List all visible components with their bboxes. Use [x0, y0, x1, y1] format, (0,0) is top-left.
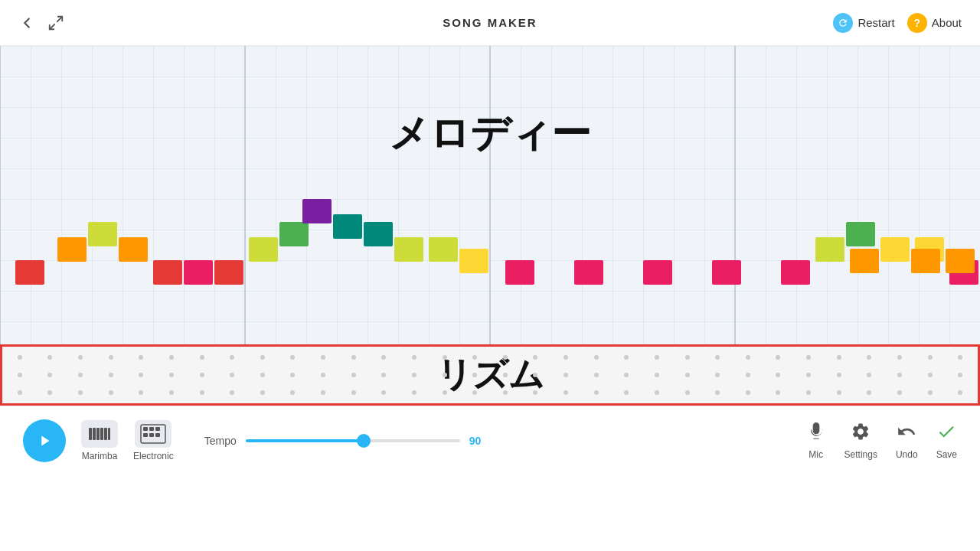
rhythm-dot[interactable]	[594, 373, 599, 377]
rhythm-dot[interactable]	[897, 373, 902, 377]
rhythm-dot[interactable]	[381, 373, 386, 377]
restart-button[interactable]: Restart	[833, 13, 894, 33]
rhythm-dot[interactable]	[18, 373, 22, 377]
rhythm-dot[interactable]	[715, 355, 720, 360]
melody-block[interactable]	[184, 260, 213, 285]
rhythm-dot[interactable]	[200, 373, 204, 377]
rhythm-dot[interactable]	[655, 355, 659, 360]
undo-button[interactable]: Undo	[896, 422, 918, 460]
rhythm-dot[interactable]	[47, 390, 52, 395]
rhythm-dot[interactable]	[230, 390, 234, 395]
rhythm-dot[interactable]	[594, 355, 599, 360]
rhythm-dot[interactable]	[18, 355, 22, 360]
rhythm-dot[interactable]	[806, 373, 811, 377]
rhythm-dot[interactable]	[685, 373, 690, 377]
rhythm-dot[interactable]	[139, 390, 143, 395]
marimba-button[interactable]: Marimba	[81, 420, 118, 461]
melody-block[interactable]	[946, 249, 975, 273]
melody-block[interactable]	[643, 260, 672, 285]
rhythm-dot[interactable]	[47, 355, 52, 360]
rhythm-dot[interactable]	[897, 355, 902, 360]
melody-block[interactable]	[15, 260, 44, 285]
rhythm-dot[interactable]	[533, 390, 537, 395]
rhythm-dot[interactable]	[503, 373, 508, 377]
melody-block[interactable]	[574, 260, 603, 285]
rhythm-dot[interactable]	[715, 373, 720, 377]
melody-block[interactable]	[302, 199, 332, 223]
rhythm-dot[interactable]	[260, 355, 265, 360]
rhythm-dot[interactable]	[503, 390, 508, 395]
blocks-container[interactable]	[0, 46, 980, 344]
rhythm-dot[interactable]	[867, 390, 871, 395]
rhythm-dot[interactable]	[78, 373, 83, 377]
rhythm-dot[interactable]	[533, 355, 537, 360]
mic-button[interactable]: Mic	[806, 422, 826, 460]
rhythm-dot[interactable]	[200, 355, 204, 360]
rhythm-dot[interactable]	[381, 355, 386, 360]
rhythm-dot[interactable]	[776, 355, 780, 360]
melody-block[interactable]	[911, 249, 940, 273]
melody-block[interactable]	[214, 260, 243, 285]
play-button[interactable]	[23, 419, 66, 462]
rhythm-dot[interactable]	[351, 355, 356, 360]
melody-block[interactable]	[333, 214, 362, 239]
rhythm-dot[interactable]	[290, 390, 295, 395]
melody-block[interactable]	[781, 260, 810, 285]
melody-block[interactable]	[815, 237, 844, 262]
melody-block[interactable]	[88, 222, 117, 246]
melody-block[interactable]	[394, 237, 423, 262]
rhythm-dot[interactable]	[746, 355, 750, 360]
rhythm-dot[interactable]	[897, 390, 902, 395]
rhythm-dot[interactable]	[412, 373, 416, 377]
rhythm-dot[interactable]	[351, 373, 356, 377]
rhythm-dot[interactable]	[958, 390, 962, 395]
rhythm-dot[interactable]	[260, 390, 265, 395]
rhythm-dot[interactable]	[776, 373, 780, 377]
expand-button[interactable]	[47, 15, 64, 31]
rhythm-dot[interactable]	[443, 355, 447, 360]
rhythm-dot[interactable]	[18, 390, 22, 395]
rhythm-dot[interactable]	[746, 390, 750, 395]
rhythm-dot[interactable]	[624, 390, 629, 395]
rhythm-dot[interactable]	[443, 390, 447, 395]
rhythm-dot[interactable]	[472, 373, 477, 377]
rhythm-dot[interactable]	[928, 390, 933, 395]
rhythm-dot[interactable]	[837, 355, 841, 360]
rhythm-dot[interactable]	[381, 390, 386, 395]
rhythm-dot[interactable]	[412, 390, 416, 395]
electronic-button[interactable]: Electronic	[133, 420, 174, 461]
rhythm-dot[interactable]	[260, 373, 265, 377]
melody-block[interactable]	[249, 237, 278, 262]
rhythm-dot[interactable]	[655, 373, 659, 377]
save-button[interactable]: Save	[936, 422, 957, 460]
rhythm-dot[interactable]	[472, 355, 477, 360]
rhythm-dot[interactable]	[109, 355, 113, 360]
rhythm-dot[interactable]	[533, 373, 537, 377]
rhythm-dot[interactable]	[169, 355, 174, 360]
settings-button[interactable]: Settings	[844, 422, 877, 460]
melody-block[interactable]	[429, 237, 458, 262]
rhythm-dot[interactable]	[472, 390, 477, 395]
rhythm-dot[interactable]	[230, 355, 234, 360]
rhythm-dot[interactable]	[564, 355, 568, 360]
rhythm-dot[interactable]	[867, 355, 871, 360]
melody-block[interactable]	[459, 249, 488, 273]
rhythm-dot[interactable]	[685, 390, 690, 395]
rhythm-dot[interactable]	[169, 373, 174, 377]
rhythm-dot[interactable]	[78, 355, 83, 360]
rhythm-dot[interactable]	[655, 390, 659, 395]
rhythm-dot[interactable]	[958, 355, 962, 360]
melody-block[interactable]	[153, 260, 182, 285]
melody-block[interactable]	[505, 260, 534, 285]
rhythm-dot[interactable]	[806, 390, 811, 395]
rhythm-dot[interactable]	[928, 355, 933, 360]
melody-block[interactable]	[880, 237, 910, 262]
rhythm-dot[interactable]	[685, 355, 690, 360]
rhythm-dot[interactable]	[715, 390, 720, 395]
melody-block[interactable]	[364, 222, 393, 246]
rhythm-dot[interactable]	[867, 373, 871, 377]
rhythm-dot[interactable]	[78, 390, 83, 395]
about-button[interactable]: ? About	[907, 13, 962, 33]
rhythm-dot[interactable]	[321, 373, 325, 377]
rhythm-dot[interactable]	[624, 355, 629, 360]
